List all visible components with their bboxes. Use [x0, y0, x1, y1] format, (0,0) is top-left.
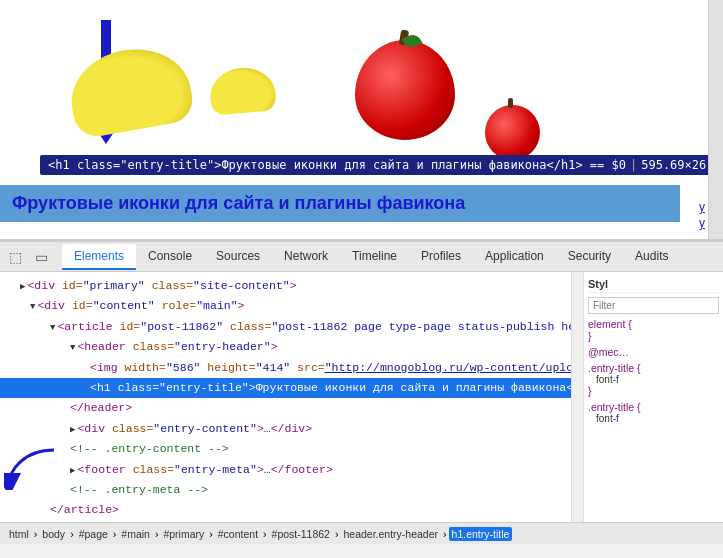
right-links: у у	[699, 200, 705, 230]
tab-audits[interactable]: Audits	[623, 244, 680, 270]
devtools-tabs: Elements Console Sources Network Timelin…	[62, 244, 680, 270]
dom-line-5: <img width="586" height="414" src="http:…	[0, 358, 571, 378]
dom-line-13: <!-- #post -->	[0, 521, 571, 522]
inspector-icon[interactable]: ⬚	[4, 246, 26, 268]
preview-area: <h1 class="entry-title">Фруктовые иконки…	[0, 0, 723, 240]
dom-line-8: ▶<div class="entry-content">…</div>	[0, 419, 571, 439]
devtools-panel: ⬚ ▭ Elements Console Sources Network Tim…	[0, 240, 723, 544]
dom-line-9: <!-- .entry-content -->	[0, 439, 571, 459]
breadcrumb-main[interactable]: #main	[118, 527, 153, 541]
dom-line-4: ▼<header class="entry-header">	[0, 337, 571, 357]
breadcrumb-body[interactable]: body	[39, 527, 68, 541]
dom-line-7: </header>	[0, 398, 571, 418]
breadcrumb-content[interactable]: #content	[215, 527, 261, 541]
dom-line-10: ▶<footer class="entry-meta">…</footer>	[0, 460, 571, 480]
device-icon[interactable]: ▭	[30, 246, 52, 268]
style-rule-mec: @mec…	[588, 346, 719, 358]
breadcrumb-page[interactable]: #page	[76, 527, 111, 541]
banana-large-image	[64, 40, 196, 140]
breadcrumb-post[interactable]: #post-11862	[269, 527, 333, 541]
apple-small-image	[485, 105, 540, 160]
dom-scrollbar[interactable]	[571, 272, 583, 522]
breadcrumb-h1[interactable]: h1.entry-title	[449, 527, 513, 541]
tab-console[interactable]: Console	[136, 244, 204, 270]
styles-filter-input[interactable]	[588, 297, 719, 314]
styles-header: Styl	[588, 276, 719, 293]
tooltip-dimensions: 595.69×26	[641, 158, 706, 172]
tab-application[interactable]: Application	[473, 244, 556, 270]
tab-profiles[interactable]: Profiles	[409, 244, 473, 270]
tab-elements[interactable]: Elements	[62, 244, 136, 270]
devtools-main: ▶<div id="primary" class="site-content">…	[0, 272, 723, 522]
preview-scrollbar[interactable]	[708, 0, 723, 240]
style-rule-entry2: .entry-title { font-f	[588, 401, 719, 424]
tab-network[interactable]: Network	[272, 244, 340, 270]
tooltip-selector: <h1 class="entry-title">Фруктовые иконки…	[48, 158, 626, 172]
page-title-text: Фруктовые иконки для сайта и плагины фав…	[12, 193, 465, 213]
devtools-toolbar: ⬚ ▭ Elements Console Sources Network Tim…	[0, 242, 723, 272]
dom-line-1: ▶<div id="primary" class="site-content">	[0, 276, 571, 296]
apple-large-image	[355, 40, 455, 140]
dom-line-11: <!-- .entry-meta -->	[0, 480, 571, 500]
dom-line-selected[interactable]: <h1 class="entry-title">Фруктовые иконки…	[0, 378, 571, 398]
page-title: Фруктовые иконки для сайта и плагины фав…	[0, 185, 680, 222]
breadcrumb-primary[interactable]: #primary	[160, 527, 207, 541]
styles-panel: Styl element { } @mec… .entry-title { fo…	[583, 272, 723, 522]
dom-tree-panel[interactable]: ▶<div id="primary" class="site-content">…	[0, 272, 571, 522]
banana-small-image	[208, 65, 277, 115]
tab-security[interactable]: Security	[556, 244, 623, 270]
right-link-1[interactable]: у	[699, 200, 705, 214]
style-rule-element: element { }	[588, 318, 719, 342]
breadcrumb-header[interactable]: header.entry-header	[340, 527, 441, 541]
style-rule-entry1: .entry-title { font-f }	[588, 362, 719, 397]
element-tooltip: <h1 class="entry-title">Фруктовые иконки…	[40, 155, 714, 175]
breadcrumb-html[interactable]: html	[6, 527, 32, 541]
tab-timeline[interactable]: Timeline	[340, 244, 409, 270]
toolbar-icons: ⬚ ▭	[4, 246, 52, 268]
dom-line-3: ▼<article id="post-11862" class="post-11…	[0, 317, 571, 337]
breadcrumb-bar: html › body › #page › #main › #primary ›…	[0, 522, 723, 544]
dom-line-12: </article>	[0, 500, 571, 520]
tab-sources[interactable]: Sources	[204, 244, 272, 270]
dom-line-2: ▼<div id="content" role="main">	[0, 296, 571, 316]
right-link-2[interactable]: у	[699, 216, 705, 230]
